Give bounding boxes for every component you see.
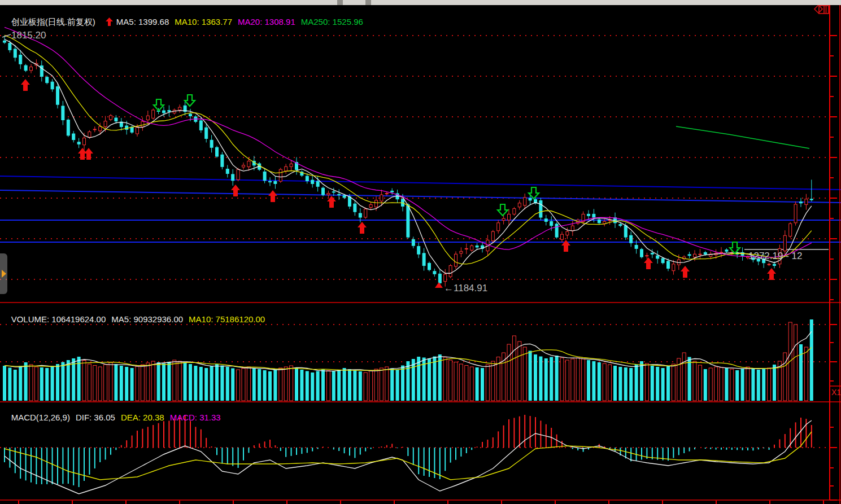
dea-value: DEA: 20.38 [121,413,164,422]
volume-ma5-value: MA5: 90932936.00 [111,314,183,324]
macd-params: MACD(12,26,9) [11,413,70,422]
ma250-value: MA250: 1525.96 [301,17,363,27]
macd-value: MACD: 31.33 [170,413,221,422]
high-price-label: 1815.20 [11,30,46,41]
chart-toolbar-icons [805,5,831,17]
sidebar-expand-tab[interactable] [0,253,7,294]
main-price-pane[interactable] [0,27,841,288]
icon-row-canvas [805,5,831,15]
trend-up-icon [106,17,113,26]
volume-pane-header: VOLUME: 106419624.00MA5: 90932936.00MA10… [2,305,271,334]
diamond-icon[interactable] [814,5,822,13]
x1-scale-label: X1 [831,388,841,397]
macd-pane-header: MACD(12,26,9)DIF: 36.05DEA: 20.38MACD: 3… [2,403,226,432]
ma20-value: MA20: 1308.91 [238,17,295,27]
trading-app-window: 创业板指(日线.前复权)MA5: 1399.68MA10: 1363.77MA2… [0,0,841,504]
ma5-value: MA5: 1399.68 [116,17,169,27]
expand-arrow-icon [2,270,6,278]
ma10-value: MA10: 1363.77 [175,17,232,27]
volume-value: VOLUME: 106419624.00 [11,314,106,324]
instrument-title: 创业板指(日线.前复权) [11,17,95,27]
trendline-range-tooltip: 1272.19 - 12 [748,251,802,262]
volume-ma10-value: MA10: 75186120.00 [189,314,265,324]
main-pane-header: 创业板指(日线.前复权)MA5: 1399.68MA10: 1363.77MA2… [2,7,369,37]
dif-value: DIF: 36.05 [76,413,115,422]
low-price-label: ←1184.91 [444,283,487,294]
